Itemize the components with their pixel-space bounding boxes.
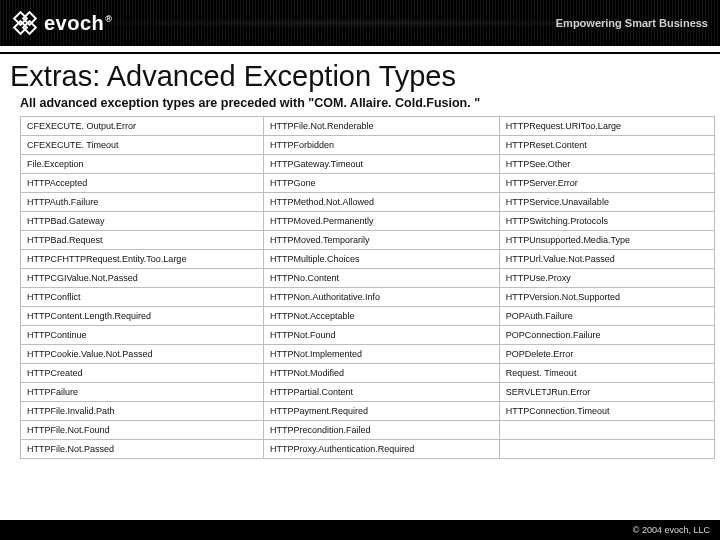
table-row: HTTPFile.Not.PassedHTTPProxy.Authenticat… xyxy=(21,440,715,459)
table-cell: HTTPAccepted xyxy=(21,174,264,193)
table-cell: HTTPFailure xyxy=(21,383,264,402)
table-row: HTTPCGIValue.Not.PassedHTTPNo.ContentHTT… xyxy=(21,269,715,288)
slide-content: Extras: Advanced Exception Types All adv… xyxy=(0,54,720,459)
table-row: HTTPCreatedHTTPNot.ModifiedRequest. Time… xyxy=(21,364,715,383)
table-cell: HTTPContent.Length.Required xyxy=(21,307,264,326)
table-cell: HTTPUrl.Value.Not.Passed xyxy=(499,250,714,269)
table-cell: HTTPServer.Error xyxy=(499,174,714,193)
table-row: HTTPAcceptedHTTPGoneHTTPServer.Error xyxy=(21,174,715,193)
table-cell: HTTPContinue xyxy=(21,326,264,345)
table-cell: HTTPMoved.Permanently xyxy=(263,212,499,231)
table-cell: HTTPUnsupported.Media.Type xyxy=(499,231,714,250)
header-bar: evoch® Empowering Smart Business xyxy=(0,0,720,46)
table-cell: HTTPGone xyxy=(263,174,499,193)
table-cell: CFEXECUTE. Output.Error xyxy=(21,117,264,136)
copyright-text: © 2004 evoch, LLC xyxy=(633,525,710,535)
table-cell: HTTPForbidden xyxy=(263,136,499,155)
table-row: CFEXECUTE. TimeoutHTTPForbiddenHTTPReset… xyxy=(21,136,715,155)
table-cell: HTTPNot.Modified xyxy=(263,364,499,383)
page-title: Extras: Advanced Exception Types xyxy=(10,60,710,93)
table-cell: File.Exception xyxy=(21,155,264,174)
brand-tagline: Empowering Smart Business xyxy=(556,17,708,29)
footer-bar: © 2004 evoch, LLC xyxy=(0,520,720,540)
table-cell: HTTPNon.Authoritative.Info xyxy=(263,288,499,307)
table-row: HTTPBad.GatewayHTTPMoved.PermanentlyHTTP… xyxy=(21,212,715,231)
page-subtitle: All advanced exception types are precede… xyxy=(20,96,710,110)
table-cell: HTTPReset.Content xyxy=(499,136,714,155)
table-cell: HTTPPartial.Content xyxy=(263,383,499,402)
table-row: HTTPAuth.FailureHTTPMethod.Not.AllowedHT… xyxy=(21,193,715,212)
table-cell: HTTPGateway.Timeout xyxy=(263,155,499,174)
table-cell: HTTPCGIValue.Not.Passed xyxy=(21,269,264,288)
table-cell: HTTPUse.Proxy xyxy=(499,269,714,288)
table-row: HTTPFile.Invalid.PathHTTPPayment.Require… xyxy=(21,402,715,421)
table-cell: Request. Timeout xyxy=(499,364,714,383)
table-cell: SERVLETJRun.Error xyxy=(499,383,714,402)
table-cell: POPConnection.Failure xyxy=(499,326,714,345)
table-cell: HTTPConnection.Timeout xyxy=(499,402,714,421)
table-cell: HTTPNot.Acceptable xyxy=(263,307,499,326)
table-cell: HTTPNo.Content xyxy=(263,269,499,288)
table-row: HTTPConflictHTTPNon.Authoritative.InfoHT… xyxy=(21,288,715,307)
table-row: HTTPCFHTTPRequest.Entity.Too.LargeHTTPMu… xyxy=(21,250,715,269)
table-cell: HTTPMultiple.Choices xyxy=(263,250,499,269)
table-cell: HTTPMethod.Not.Allowed xyxy=(263,193,499,212)
table-cell: HTTPAuth.Failure xyxy=(21,193,264,212)
table-cell: POPDelete.Error xyxy=(499,345,714,364)
table-cell: HTTPSwitching.Protocols xyxy=(499,212,714,231)
svg-rect-3 xyxy=(23,21,36,34)
table-cell: HTTPSee.Other xyxy=(499,155,714,174)
table-cell: HTTPFile.Not.Renderable xyxy=(263,117,499,136)
table-cell: POPAuth.Failure xyxy=(499,307,714,326)
table-cell: HTTPNot.Implemented xyxy=(263,345,499,364)
table-cell: HTTPPayment.Required xyxy=(263,402,499,421)
table-cell: HTTPProxy.Authentication.Required xyxy=(263,440,499,459)
brand-logo: evoch® xyxy=(12,10,112,36)
table-cell: HTTPPrecondition.Failed xyxy=(263,421,499,440)
table-cell: CFEXECUTE. Timeout xyxy=(21,136,264,155)
table-cell: HTTPFile.Not.Found xyxy=(21,421,264,440)
table-row: HTTPCookie.Value.Not.PassedHTTPNot.Imple… xyxy=(21,345,715,364)
table-cell xyxy=(499,440,714,459)
table-row: HTTPFile.Not.FoundHTTPPrecondition.Faile… xyxy=(21,421,715,440)
table-cell: HTTPBad.Request xyxy=(21,231,264,250)
table-row: CFEXECUTE. Output.ErrorHTTPFile.Not.Rend… xyxy=(21,117,715,136)
table-cell: HTTPMoved.Temporarily xyxy=(263,231,499,250)
table-cell xyxy=(499,421,714,440)
svg-rect-1 xyxy=(23,12,36,25)
table-cell: HTTPCFHTTPRequest.Entity.Too.Large xyxy=(21,250,264,269)
table-cell: HTTPNot.Found xyxy=(263,326,499,345)
table-cell: HTTPCreated xyxy=(21,364,264,383)
table-row: HTTPContent.Length.RequiredHTTPNot.Accep… xyxy=(21,307,715,326)
brand-name: evoch® xyxy=(44,12,112,35)
table-row: File.ExceptionHTTPGateway.TimeoutHTTPSee… xyxy=(21,155,715,174)
table-row: HTTPFailureHTTPPartial.ContentSERVLETJRu… xyxy=(21,383,715,402)
exception-types-table: CFEXECUTE. Output.ErrorHTTPFile.Not.Rend… xyxy=(20,116,715,459)
svg-rect-0 xyxy=(14,12,27,25)
logo-icon xyxy=(12,10,38,36)
table-cell: HTTPService.Unavailable xyxy=(499,193,714,212)
table-row: HTTPBad.RequestHTTPMoved.TemporarilyHTTP… xyxy=(21,231,715,250)
table-cell: HTTPFile.Invalid.Path xyxy=(21,402,264,421)
table-row: HTTPContinueHTTPNot.FoundPOPConnection.F… xyxy=(21,326,715,345)
table-cell: HTTPVersion.Not.Supported xyxy=(499,288,714,307)
table-cell: HTTPConflict xyxy=(21,288,264,307)
registered-mark: ® xyxy=(105,14,112,24)
table-cell: HTTPBad.Gateway xyxy=(21,212,264,231)
table-cell: HTTPFile.Not.Passed xyxy=(21,440,264,459)
table-cell: HTTPCookie.Value.Not.Passed xyxy=(21,345,264,364)
table-cell: HTTPRequest.URIToo.Large xyxy=(499,117,714,136)
svg-rect-2 xyxy=(14,21,27,34)
